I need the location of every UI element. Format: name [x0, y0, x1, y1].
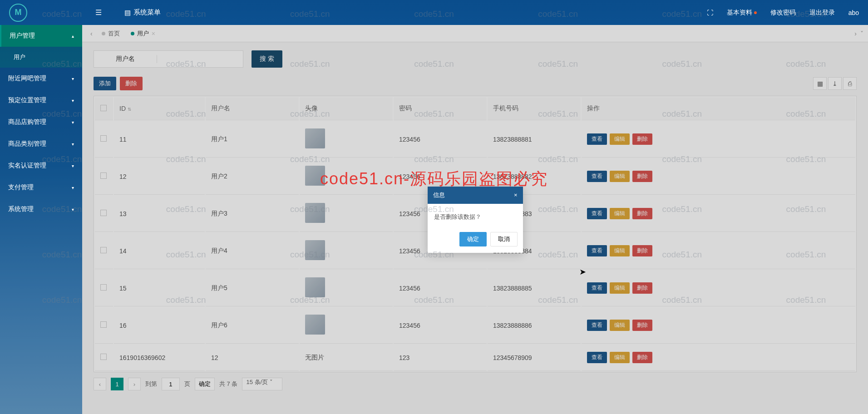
close-icon[interactable]: ×	[514, 192, 518, 198]
chevron-down-icon: ▾	[72, 207, 74, 212]
logout-link[interactable]: 退出登录	[809, 9, 835, 17]
system-menu-title[interactable]: ▤ 系统菜单	[124, 8, 161, 17]
basic-info-link[interactable]: 基本资料	[727, 9, 757, 17]
sidebar-item-system[interactable]: 系统管理▾	[0, 198, 82, 220]
sidebar-item-user-management[interactable]: 用户管理 ▴	[0, 25, 82, 47]
change-password-link[interactable]: 修改密码	[770, 9, 796, 17]
modal-overlay[interactable]: 信息 × 是否删除该数据？ 确定 取消	[82, 25, 868, 414]
dialog-footer: 确定 取消	[428, 227, 523, 253]
chevron-down-icon: ▾	[72, 120, 74, 125]
cancel-button[interactable]: 取消	[490, 232, 518, 246]
fullscreen-icon[interactable]: ⛶	[707, 9, 713, 16]
sidebar-item-shop[interactable]: 商品店购管理▾	[0, 111, 82, 133]
sidebar-item-payment[interactable]: 支付管理▾	[0, 177, 82, 198]
sidebar-sub-user[interactable]: 用户	[0, 47, 82, 68]
chevron-down-icon: ▾	[72, 76, 74, 81]
header-right: ⛶ 基本资料 修改密码 退出登录 abo	[707, 9, 859, 17]
chevron-up-icon: ▴	[72, 34, 74, 39]
app-header: M ☰ ▤ 系统菜单 ⛶ 基本资料 修改密码 退出登录 abo	[0, 0, 868, 25]
system-menu-label: 系统菜单	[133, 8, 161, 17]
menu-icon: ▤	[124, 9, 131, 17]
sidebar-item-reservation[interactable]: 预定位置管理▾	[0, 89, 82, 111]
sidebar-item-realname[interactable]: 实名认证管理▾	[0, 155, 82, 177]
dialog-body: 是否删除该数据？	[428, 204, 523, 227]
content-area: ‹ 首页 用户× › ˅ 用户名 搜 索 添加 删除 ▦ ⤓	[82, 25, 868, 414]
sidebar: 用户管理 ▴ 用户 附近网吧管理▾ 预定位置管理▾ 商品店购管理▾ 商品类别管理…	[0, 25, 82, 414]
username-label[interactable]: abo	[848, 9, 859, 16]
sidebar-item-category[interactable]: 商品类别管理▾	[0, 133, 82, 155]
dialog-header: 信息 ×	[428, 187, 523, 204]
dialog-title: 信息	[433, 191, 445, 199]
sidebar-item-netbar[interactable]: 附近网吧管理▾	[0, 68, 82, 89]
chevron-down-icon: ▾	[72, 142, 74, 147]
logo-icon: M	[9, 4, 27, 22]
chevron-down-icon: ▾	[72, 98, 74, 103]
sidebar-collapse-icon[interactable]: ☰	[95, 8, 102, 17]
logo: M	[9, 4, 82, 22]
confirm-button[interactable]: 确定	[459, 232, 487, 246]
chevron-down-icon: ▾	[72, 163, 74, 168]
confirm-dialog: 信息 × 是否删除该数据？ 确定 取消	[428, 187, 523, 253]
notification-dot	[754, 11, 757, 14]
sidebar-item-label: 用户管理	[10, 32, 35, 40]
chevron-down-icon: ▾	[72, 185, 74, 190]
